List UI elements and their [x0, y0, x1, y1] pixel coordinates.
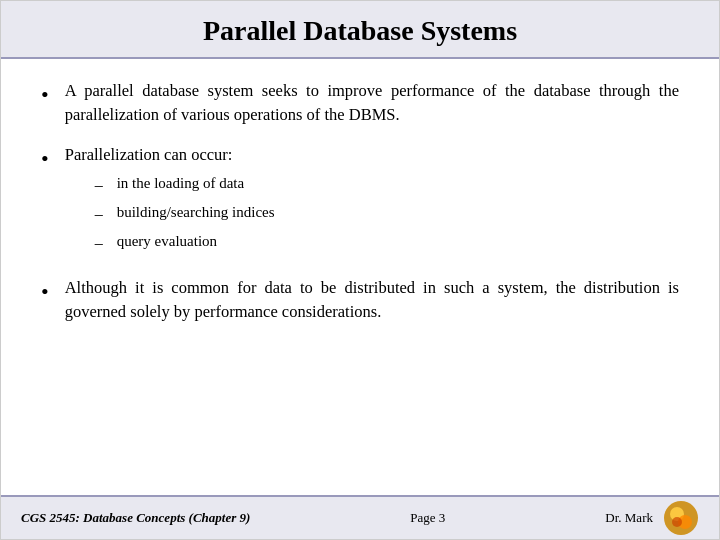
slide: Parallel Database Systems • A parallel d… — [0, 0, 720, 540]
slide-footer: CGS 2545: Database Concepts (Chapter 9) … — [1, 495, 719, 539]
footer-left-text: CGS 2545: Database Concepts (Chapter 9) — [21, 510, 250, 526]
sub-bullet-text-2: building/searching indices — [117, 202, 275, 224]
sub-bullet-item-3: – query evaluation — [95, 231, 275, 254]
slide-body: • A parallel database system seeks to im… — [1, 59, 719, 495]
svg-point-3 — [672, 517, 682, 527]
sub-bullet-dash-3: – — [95, 231, 103, 254]
bullet-item-1: • A parallel database system seeks to im… — [41, 79, 679, 127]
bullet-dot-2: • — [41, 144, 49, 175]
bullet-text-3: Although it is common for data to be dis… — [65, 276, 679, 324]
sub-bullet-text-3: query evaluation — [117, 231, 217, 253]
footer-center-text: Page 3 — [410, 510, 445, 526]
bullet-text-1: A parallel database system seeks to impr… — [65, 79, 679, 127]
bullet-item-3: • Although it is common for data to be d… — [41, 276, 679, 324]
sub-bullets-2: – in the loading of data – building/sear… — [95, 173, 275, 255]
footer-logo — [663, 500, 699, 536]
sub-bullet-item-1: – in the loading of data — [95, 173, 275, 196]
sub-bullet-item-2: – building/searching indices — [95, 202, 275, 225]
slide-header: Parallel Database Systems — [1, 1, 719, 59]
bullet-text-2: Parallelization can occur: — [65, 145, 233, 164]
sub-bullet-dash-2: – — [95, 202, 103, 225]
slide-title: Parallel Database Systems — [31, 15, 689, 47]
bullet-dot-3: • — [41, 277, 49, 308]
bullet-dot-1: • — [41, 80, 49, 111]
sub-bullet-dash-1: – — [95, 173, 103, 196]
bullet-item-2: • Parallelization can occur: – in the lo… — [41, 143, 679, 260]
bullet-2-content: Parallelization can occur: – in the load… — [65, 143, 275, 260]
sub-bullet-text-1: in the loading of data — [117, 173, 244, 195]
footer-right-text: Dr. Mark — [605, 510, 653, 526]
footer-right: Dr. Mark — [605, 500, 699, 536]
